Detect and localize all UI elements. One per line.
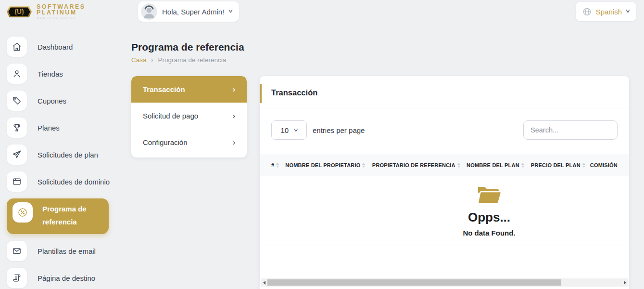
content: Programa de referencia Casa › Programa d…	[120, 23, 644, 289]
sidebar-item-dashboard[interactable]: Dashboard	[7, 37, 120, 57]
entries-per-page: 10 ˅ entries per page	[271, 120, 365, 140]
submenu-item-label: Solicitud de pago	[143, 112, 198, 120]
brand-name: SOFTWARES PLATINUM WEB APPLICATION	[37, 4, 86, 20]
chevron-right-icon: ›	[233, 138, 235, 147]
chevron-right-icon: ›	[152, 57, 153, 64]
send-icon	[7, 144, 27, 165]
mail-icon	[7, 241, 27, 261]
submenu-item-configuracion[interactable]: Configuración ›	[131, 129, 247, 156]
badge-percent-icon	[13, 202, 33, 223]
empty-region: Opps... No data Found.	[260, 176, 629, 246]
scroll-icon	[7, 268, 27, 288]
empty-state: Opps... No data Found.	[463, 185, 515, 237]
brand-line2: PLATINUM	[37, 10, 86, 16]
sidebar-item-label: Cupones	[38, 97, 66, 105]
brand-emblem-icon: (U)	[7, 4, 32, 20]
window-icon	[7, 171, 27, 192]
column-header-precio-plan[interactable]: PRECIO DEL PLAN	[531, 162, 590, 168]
entries-label: entries per page	[313, 126, 365, 134]
sidebar-item-programa-referencia[interactable]: Programa de referencia	[7, 198, 109, 234]
column-header-label: COMISIÓN	[590, 162, 618, 168]
home-icon	[7, 37, 27, 57]
scroll-right-arrow[interactable]	[621, 278, 628, 287]
column-header-comision[interactable]: COMISIÓN	[590, 162, 618, 168]
avatar	[141, 3, 157, 20]
app-root: (U) SOFTWARES PLATINUM WEB APPLICATION H…	[0, 0, 644, 289]
sidebar-item-label: Planes	[38, 124, 60, 132]
sidebar-item-pagina-destino[interactable]: Página de destino	[7, 268, 120, 288]
sort-icon	[457, 163, 460, 168]
column-header-index[interactable]: #	[271, 162, 285, 168]
submenu-item-label: Configuración	[143, 138, 188, 146]
sidebar-item-label: Tiendas	[38, 70, 63, 78]
empty-title: Opps...	[463, 210, 515, 225]
content-body: Transacción › Solicitud de pago › Config…	[131, 76, 629, 289]
sidebar-item-label: Programa de referencia	[42, 205, 87, 226]
topbar: (U) SOFTWARES PLATINUM WEB APPLICATION H…	[0, 0, 644, 23]
tag-icon	[7, 91, 27, 111]
column-header-nombre-propietario[interactable]: NOMBRE DEL PROPIETARIO	[285, 162, 372, 168]
scroll-left-arrow[interactable]	[261, 278, 267, 287]
sidebar-item-label: Solicitudes de plan	[38, 151, 98, 159]
user-icon	[7, 64, 27, 84]
sidebar-item-cupones[interactable]: Cupones	[7, 91, 120, 111]
column-header-nombre-plan[interactable]: NOMBRE DEL PLAN	[467, 162, 531, 168]
chevron-down-icon: ˅	[294, 128, 298, 133]
scrollbar-track[interactable]	[267, 278, 621, 287]
globe-icon	[582, 7, 592, 16]
chevron-down-icon: ˅	[626, 9, 631, 14]
column-header-label: NOMBRE DEL PROPIETARIO	[285, 162, 360, 168]
transactions-panel: Transacción 10 ˅ entries per page	[260, 76, 629, 289]
submenu-item-label: Transacción	[143, 85, 185, 93]
sidebar-item-solicitudes-dominio[interactable]: Solicitudes de dominio	[7, 171, 120, 192]
sidebar-item-label: Página de destino	[38, 274, 95, 282]
sidebar-item-solicitudes-plan[interactable]: Solicitudes de plan	[7, 144, 120, 165]
table-header-row: # NOMBRE DEL PROPIETARIO PROPIETARIO DE …	[260, 154, 629, 176]
breadcrumb: Casa › Programa de referencia	[131, 56, 629, 64]
entries-per-page-select[interactable]: 10 ˅	[271, 120, 307, 140]
sort-icon	[362, 163, 365, 168]
empty-subtitle: No data Found.	[463, 229, 515, 237]
sort-icon	[521, 163, 524, 168]
table-controls: 10 ˅ entries per page	[260, 108, 629, 154]
column-header-propietario-referencia[interactable]: PROPIETARIO DE REFERENCIA	[372, 162, 467, 168]
sidebar-item-label: Solicitudes de dominio	[38, 178, 110, 186]
page-title: Programa de referencia	[131, 41, 629, 53]
greeting-text: Hola, Super Admin!	[162, 8, 224, 16]
sidebar: Dashboard Tiendas Cupones	[0, 23, 120, 289]
search-input[interactable]	[523, 120, 618, 140]
chevron-right-icon: ›	[233, 112, 235, 120]
brand-logo: (U) SOFTWARES PLATINUM WEB APPLICATION	[7, 4, 129, 20]
brand-tagline: WEB APPLICATION	[37, 17, 86, 20]
sidebar-item-label: Plantillas de email	[38, 247, 96, 255]
breadcrumb-home-link[interactable]: Casa	[131, 56, 147, 64]
layout: Dashboard Tiendas Cupones	[0, 23, 644, 289]
sidebar-item-tiendas[interactable]: Tiendas	[7, 64, 120, 84]
panel-title: Transacción	[271, 88, 618, 97]
entries-value: 10	[280, 126, 289, 134]
user-menu[interactable]: Hola, Super Admin! ˅	[138, 1, 239, 22]
column-header-label: PROPIETARIO DE REFERENCIA	[372, 162, 455, 168]
horizontal-scrollbar[interactable]	[261, 278, 628, 287]
trophy-icon	[7, 118, 27, 138]
submenu-item-solicitud-pago[interactable]: Solicitud de pago ›	[131, 103, 247, 129]
chevron-down-icon: ˅	[228, 9, 233, 14]
language-label: Spanish	[596, 8, 622, 16]
sidebar-item-label: Dashboard	[38, 43, 73, 51]
sort-icon	[276, 163, 279, 168]
referral-submenu: Transacción › Solicitud de pago › Config…	[131, 76, 247, 158]
column-header-label: #	[271, 162, 274, 168]
column-header-label: PRECIO DEL PLAN	[531, 162, 581, 168]
sort-icon	[582, 163, 585, 168]
panel-header: Transacción	[260, 76, 629, 108]
column-header-label: NOMBRE DEL PLAN	[467, 162, 519, 168]
language-selector[interactable]: Spanish ˅	[576, 2, 636, 21]
submenu-item-transaccion[interactable]: Transacción ›	[131, 76, 247, 103]
folder-open-icon	[477, 185, 502, 205]
sidebar-item-plantillas-email[interactable]: Plantillas de email	[7, 241, 120, 261]
sidebar-item-planes[interactable]: Planes	[7, 118, 120, 138]
breadcrumb-current: Programa de referencia	[158, 56, 227, 64]
chevron-right-icon: ›	[233, 85, 235, 94]
scrollbar-thumb[interactable]	[267, 279, 561, 286]
svg-text:(U): (U)	[14, 8, 24, 15]
